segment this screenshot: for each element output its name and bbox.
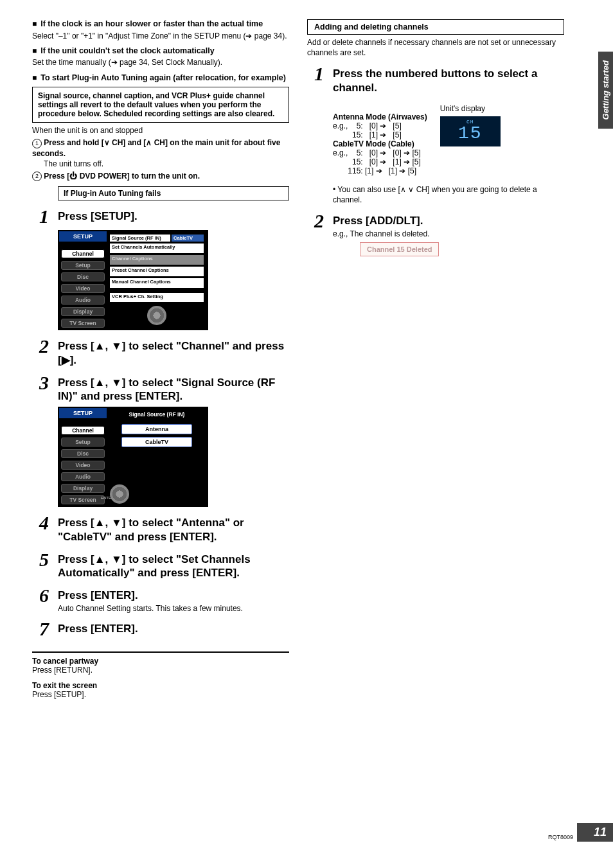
- step-title: Press [SETUP].: [58, 209, 289, 223]
- menu-item: Video: [61, 461, 105, 470]
- page-number: 11: [577, 823, 613, 842]
- footer: RQT8009 11: [548, 823, 613, 842]
- heading-text: To start Plug-in Auto Tuning again (afte…: [40, 73, 289, 82]
- unit-display-block: Unit's display CH 15: [440, 103, 501, 146]
- step-number: 3: [32, 373, 49, 393]
- nav-dial-icon: [147, 306, 166, 325]
- nav-dial-icon: [110, 484, 129, 504]
- substep-bold: Press and hold [∨ CH] and [∧ CH] on the …: [32, 138, 280, 157]
- body-text: Select "–1" or "+1" in "Adjust Time Zone…: [32, 31, 289, 41]
- menu-item: Audio: [61, 296, 105, 305]
- opt-preset-captions: Preset Channel Captions: [109, 266, 204, 277]
- menu-title: SETUP: [59, 231, 107, 242]
- opt-antenna: Antenna: [121, 424, 192, 434]
- step-number: 5: [32, 550, 49, 569]
- step-title: Press [ADD/DLT].: [333, 214, 564, 227]
- menu-item: TV Screen: [61, 319, 105, 328]
- heading-clock-manual: ■ If the unit couldn't set the clock aut…: [32, 46, 289, 57]
- step-title: Press [▲, ▼] to select "Signal Source (R…: [58, 376, 289, 403]
- exit-heading: To exit the screen: [32, 681, 97, 690]
- step-number: 4: [32, 513, 49, 533]
- circled-1-icon: 1: [32, 139, 42, 148]
- heading-clock-offset: ■ If the clock is an hour slower or fast…: [32, 19, 289, 30]
- substep-bold: Press [⏻ DVD POWER] to turn the unit on.: [44, 172, 200, 181]
- opt-cabletv: CableTV: [171, 234, 204, 242]
- add-delete-body: Add or delete channels if necessary chan…: [307, 37, 564, 58]
- opt-channel-captions: Channel Captions: [109, 254, 204, 265]
- menu2-header: Signal Source (RF IN): [109, 410, 205, 419]
- step-1: 1 Press [SETUP].: [32, 207, 289, 226]
- menu-item: Audio: [61, 472, 105, 481]
- opt-cabletv: CableTV: [121, 437, 192, 447]
- square-bullet: ■: [32, 46, 37, 57]
- step-3: 3 Press [▲, ▼] to select "Signal Source …: [32, 373, 289, 403]
- divider: [32, 651, 289, 653]
- seq-line: e.g., 5: [0] ➔ [0] ➔ [5]: [333, 148, 421, 157]
- setup-menu-1: SETUP Channel Setup Disc Video Audio Dis…: [58, 230, 208, 330]
- antenna-mode-heading: Antenna Mode (Airwaves): [333, 112, 427, 121]
- pre-hint: When the unit is on and stopped: [32, 125, 289, 136]
- step-title: Press [ENTER].: [58, 622, 289, 635]
- heading-text: If the unit couldn't set the clock autom…: [40, 46, 289, 55]
- opt-signal-source: Signal Source (RF IN): [109, 234, 171, 242]
- cancel-block: To cancel partway Press [RETURN].: [32, 657, 289, 675]
- status-deleted: Channel 15 Deleted: [360, 242, 439, 256]
- square-bullet: ■: [32, 73, 37, 84]
- square-bullet: ■: [32, 19, 37, 30]
- exit-block: To exit the screen Press [SETUP].: [32, 681, 289, 699]
- step-title: Press [▲, ▼] to select "Channel" and pre…: [58, 339, 289, 367]
- step-number: 2: [32, 337, 49, 356]
- heading-text: If the clock is an hour slower or faster…: [40, 19, 289, 28]
- menu-item: Setup: [61, 438, 105, 447]
- add-delete-header: Adding and deleting channels: [307, 19, 564, 35]
- substep-note: The unit turns off.: [44, 159, 103, 168]
- heading-retune: ■ To start Plug-in Auto Tuning again (af…: [32, 73, 289, 84]
- menu-item-channel: Channel: [61, 249, 105, 258]
- step-4: 4 Press [▲, ▼] to select "Antenna" or "C…: [32, 513, 289, 544]
- step-number: 7: [32, 619, 49, 639]
- opt-vcrplus: VCR Plus+ Ch. Setting: [109, 292, 204, 303]
- substep-2: 2 Press [⏻ DVD POWER] to turn the unit o…: [32, 171, 289, 181]
- step-title: Press [▲, ▼] to select "Set Channels Aut…: [58, 553, 289, 580]
- seq-line: 15: [0] ➔ [1] ➔ [5]: [333, 157, 421, 166]
- cancel-heading: To cancel partway: [32, 657, 98, 666]
- step-number: 1: [32, 207, 49, 226]
- circled-2-icon: 2: [32, 172, 42, 181]
- cable-mode-heading: CableTV Mode (Cable): [333, 139, 414, 148]
- step-number: 2: [307, 211, 324, 231]
- step-2: 2 Press [▲, ▼] to select "Channel" and p…: [32, 337, 289, 367]
- menu-item: Display: [61, 307, 105, 316]
- body-text: Set the time manually (➔ page 34, Set Cl…: [32, 57, 289, 67]
- menu-item: Disc: [61, 272, 105, 281]
- unit-display-label: Unit's display: [440, 103, 501, 114]
- left-column: ■ If the clock is an hour slower or fast…: [32, 19, 289, 699]
- menu-item: Display: [61, 484, 105, 493]
- step-7: 7 Press [ENTER].: [32, 619, 289, 639]
- step-5: 5 Press [▲, ▼] to select "Set Channels A…: [32, 550, 289, 580]
- right-step-2: 2 Press [ADD/DLT]. e.g., The channel is …: [307, 211, 564, 256]
- step-title: Press the numbered buttons to select a c…: [333, 67, 564, 94]
- opt-set-auto: Set Channels Automatically: [109, 243, 204, 254]
- seq-line: 115: [1] ➔ [1] ➔ [5]: [333, 166, 416, 175]
- fail-heading-box: If Plug-in Auto Tuning fails: [58, 186, 289, 200]
- menu-item-channel: Channel: [61, 426, 105, 435]
- warning-box: Signal source, channel caption, and VCR …: [32, 87, 289, 123]
- menu-item: Setup: [61, 261, 105, 270]
- cancel-body: Press [RETURN].: [32, 666, 93, 675]
- setup-menu-2: SETUP Channel Setup Disc Video Audio Dis…: [58, 407, 208, 507]
- opt-manual-captions: Manual Channel Captions: [109, 278, 204, 288]
- key-sequence-block: Antenna Mode (Airwaves) e.g., 5: [0] ➔ […: [333, 103, 427, 175]
- menu-title: SETUP: [59, 408, 107, 418]
- seq-line: 15: [1] ➔ [5]: [333, 130, 402, 139]
- step-title: Press [ENTER].: [58, 589, 289, 602]
- step-note: e.g., The channel is deleted.: [333, 229, 564, 238]
- step-number: 1: [307, 64, 324, 84]
- unit-display: CH 15: [440, 116, 501, 146]
- step-note: Auto Channel Setting starts. This takes …: [58, 604, 289, 613]
- menu-item: TV Screen: [61, 495, 105, 504]
- seq-line: e.g., 5: [0] ➔ [5]: [333, 121, 402, 130]
- right-column: Adding and deleting channels Add or dele…: [307, 19, 564, 256]
- substep-1: 1 Press and hold [∨ CH] and [∧ CH] on th…: [32, 137, 289, 169]
- note-bullet: You can also use [∧ ∨ CH] when you are g…: [333, 184, 564, 205]
- right-step-1: 1 Press the numbered buttons to select a…: [307, 64, 564, 205]
